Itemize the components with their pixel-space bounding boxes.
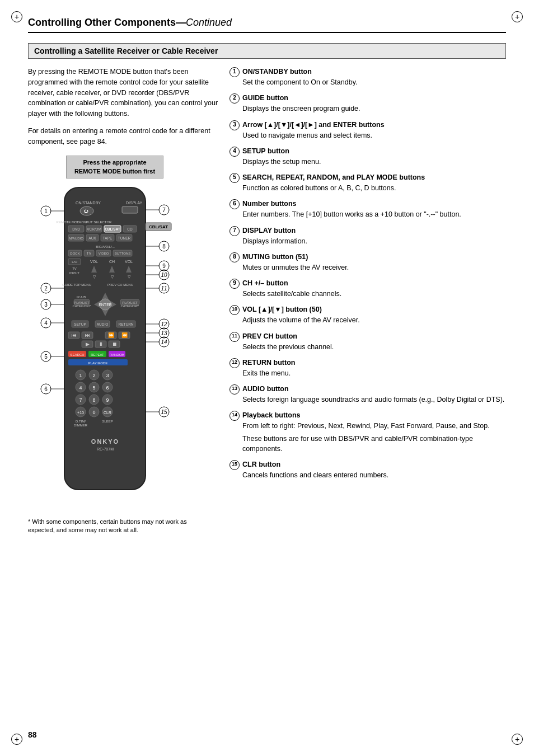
svg-text:4: 4	[79, 385, 82, 391]
item-2: 2 GUIDE button Displays the onscreen pro…	[229, 93, 506, 114]
svg-text:VOL: VOL	[90, 260, 98, 264]
svg-rect-5	[122, 206, 138, 213]
item-3-title: Arrow [▲]/[▼]/[◄]/[►] and ENTER buttons	[242, 120, 385, 130]
item-12-desc: Exits the menu.	[242, 368, 295, 378]
item-14-title: Playback buttons	[242, 410, 506, 420]
svg-text:4: 4	[44, 320, 48, 326]
svg-text:M/AUDIO: M/AUDIO	[69, 237, 83, 240]
item-13-desc: Selects foreign language soundtracks and…	[242, 395, 504, 405]
item-9-desc: Selects satellite/cable channels.	[242, 289, 341, 299]
svg-text:ONKYO: ONKYO	[91, 438, 119, 445]
item-10-title: VOL [▲]/[▼] button (50)	[242, 304, 360, 314]
item-7-title: DISPLAY button	[242, 226, 307, 236]
svg-text:7: 7	[162, 207, 166, 213]
svg-text:9: 9	[162, 263, 166, 269]
svg-text:SLEEP: SLEEP	[102, 420, 113, 423]
svg-text:CATEGORY: CATEGORY	[72, 304, 91, 308]
num-15: 15	[229, 460, 240, 470]
svg-text:SEARCH: SEARCH	[70, 353, 84, 356]
item-9: 9 CH +/– button Selects satellite/cable …	[229, 278, 506, 299]
svg-text:DISPLAY: DISPLAY	[126, 201, 142, 205]
num-14: 14	[229, 411, 240, 421]
svg-text:6: 6	[106, 385, 109, 391]
item-3: 3 Arrow [▲]/[▼]/[◄]/[►] and ENTER button…	[229, 120, 506, 140]
svg-text:3: 3	[44, 302, 48, 308]
item-3-desc: Used to navigate menus and select items.	[242, 130, 385, 140]
item-9-title: CH +/– button	[242, 278, 341, 288]
item-11-title: PREV CH button	[242, 331, 334, 341]
item-8-desc: Mutes or unmutes the AV receiver.	[242, 262, 349, 273]
svg-text:11: 11	[161, 285, 167, 292]
remote-svg-wrapper: ON/STANDBY ⏻ DISPLAY REMOTE MODE/INPUT S…	[34, 182, 196, 506]
svg-text:3: 3	[106, 373, 109, 378]
item-14: 14 Playback buttons From left to right: …	[229, 410, 506, 454]
intro-paragraph2: For details on entering a remote control…	[28, 126, 218, 147]
remote-diagram: Press the appropriate REMOTE MODE button…	[28, 156, 202, 535]
svg-text:RANDOM: RANDOM	[110, 353, 125, 356]
item-12-title: RETURN button	[242, 358, 295, 368]
svg-text:▶: ▶	[86, 341, 90, 347]
item-14-desc2: These buttons are for use with DBS/PVR a…	[242, 434, 506, 454]
svg-text:DVD: DVD	[72, 227, 80, 231]
num-13: 13	[229, 384, 240, 395]
num-2: 2	[229, 93, 240, 104]
num-1: 1	[229, 67, 240, 77]
item-15-desc: Cancels functions and clears entered num…	[242, 470, 388, 480]
right-column: 1 ON/STANDBY button Set the component to…	[229, 67, 506, 535]
item-4: 4 SETUP button Displays the setup menu.	[229, 146, 506, 167]
item-2-desc: Displays the onscreen program guide.	[242, 104, 360, 114]
item-5: 5 SEARCH, REPEAT, RANDOM, and PLAY MODE …	[229, 172, 506, 193]
section-title: Controlling a Satellite Receiver or Cabl…	[28, 43, 506, 59]
item-11-desc: Selects the previous channel.	[242, 342, 334, 352]
svg-text:VOL: VOL	[125, 260, 133, 264]
svg-text:12: 12	[161, 321, 167, 327]
svg-text:⏩: ⏩	[108, 332, 115, 339]
svg-text:TUNER: TUNER	[118, 236, 131, 240]
svg-text:SETUP: SETUP	[74, 322, 86, 326]
svg-text:CD: CD	[127, 227, 133, 231]
svg-text:6: 6	[44, 386, 48, 392]
num-6: 6	[229, 199, 240, 209]
item-8-title: MUTING button (51)	[242, 252, 349, 262]
corner-mark-bl	[11, 734, 22, 745]
item-6: 6 Number buttons Enter numbers. The [+10…	[229, 199, 506, 219]
svg-text:VCR/DM: VCR/DM	[87, 227, 101, 231]
svg-text:PREV CH MENU: PREV CH MENU	[107, 283, 133, 287]
svg-text:REMOTE MODE/INPUT SELECTOR: REMOTE MODE/INPUT SELECTOR	[57, 220, 112, 224]
corner-mark-br	[512, 734, 523, 745]
callout-box: Press the appropriate REMOTE MODE button…	[66, 156, 163, 179]
page-header: Controlling Other Components—Continued	[28, 17, 506, 33]
item-1: 1 ON/STANDBY button Set the component to…	[229, 67, 506, 87]
svg-text:13: 13	[161, 330, 167, 336]
corner-mark-tr	[512, 11, 523, 22]
footnote: * With some components, certain buttons …	[28, 518, 202, 535]
svg-text:D.TIM/: D.TIM/	[76, 420, 86, 423]
svg-text:ENTER: ENTER	[99, 303, 112, 307]
item-10: 10 VOL [▲]/[▼] button (50) Adjusts the v…	[229, 304, 506, 325]
item-5-title: SEARCH, REPEAT, RANDOM, and PLAY MODE bu…	[242, 172, 425, 182]
item-8: 8 MUTING button (51) Mutes or unmutes th…	[229, 252, 506, 273]
svg-text:CATEGORY: CATEGORY	[120, 304, 139, 308]
item-6-desc: Enter numbers. The [+10] button works as…	[242, 209, 461, 219]
svg-text:2: 2	[44, 285, 48, 292]
svg-text:8: 8	[92, 397, 95, 403]
svg-text:GUIDE TOP MENU: GUIDE TOP MENU	[62, 283, 91, 287]
svg-text:AUDIO: AUDIO	[97, 322, 109, 326]
num-11: 11	[229, 332, 240, 342]
item-15-title: CLR button	[242, 459, 388, 469]
item-11: 11 PREV CH button Selects the previous c…	[229, 331, 506, 352]
item-1-desc: Set the component to On or Standby.	[242, 77, 357, 87]
intro-paragraph1: By pressing the REMOTE MODE button that'…	[28, 67, 218, 119]
svg-text:B/O/A/D/L/...: B/O/A/D/L/...	[96, 245, 115, 248]
num-7: 7	[229, 226, 240, 236]
item-7: 7 DISPLAY button Displays information.	[229, 226, 506, 246]
item-6-title: Number buttons	[242, 199, 461, 209]
svg-text:5: 5	[92, 385, 95, 391]
svg-text:⏪: ⏪	[121, 332, 128, 339]
svg-text:10: 10	[161, 272, 167, 278]
svg-text:DOCK: DOCK	[70, 252, 79, 255]
svg-text:DIMMER: DIMMER	[74, 424, 88, 427]
num-9: 9	[229, 279, 240, 289]
svg-text:TV: TV	[87, 251, 92, 255]
svg-text:INPUT: INPUT	[69, 271, 79, 275]
